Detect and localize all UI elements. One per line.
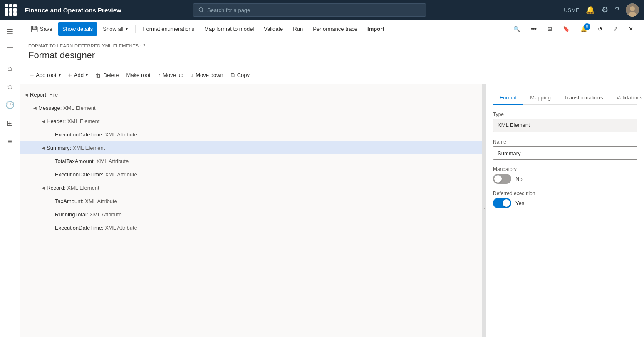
tab-validations[interactable]: Validations xyxy=(609,91,644,105)
delete-label: Delete xyxy=(103,72,119,78)
tree-item-execdt3[interactable]: ExecutionDateTime: XML Attribute xyxy=(20,221,482,234)
help-icon[interactable]: ? xyxy=(615,6,619,15)
add-button[interactable]: + Add ▾ xyxy=(65,69,91,82)
show-all-chevron: ▾ xyxy=(126,27,128,31)
performance-trace-label: Performance trace xyxy=(313,26,357,32)
sidebar-recent[interactable]: 🕐 xyxy=(2,97,18,113)
save-button[interactable]: 💾 Save xyxy=(27,22,57,36)
notification-icon[interactable]: 🔔 xyxy=(586,5,595,15)
performance-trace-button[interactable]: Performance trace xyxy=(309,22,362,36)
deferred-toggle[interactable] xyxy=(493,198,511,208)
import-button[interactable]: Import xyxy=(363,22,388,36)
expand-button[interactable]: ⤢ xyxy=(609,22,622,36)
show-details-label: Show details xyxy=(62,26,93,32)
tab-transformations[interactable]: Transformations xyxy=(557,91,609,105)
close-button[interactable]: ✕ xyxy=(624,22,637,36)
tree-item-totaltax[interactable]: TotalTaxAmount: XML Attribute xyxy=(20,154,482,168)
main-layout: ☰ ⌂ ☆ 🕐 ⊞ ≡ 💾 Save Show details Show all xyxy=(0,20,644,337)
deferred-toggle-row: Yes xyxy=(493,198,637,208)
save-icon: 💾 xyxy=(31,26,38,32)
grid-view-button[interactable]: ⊞ xyxy=(543,22,556,36)
expand-message[interactable]: ◀ xyxy=(32,106,38,110)
tab-mapping[interactable]: Mapping xyxy=(523,91,557,105)
sidebar-home[interactable]: ⌂ xyxy=(2,60,18,77)
make-root-button[interactable]: Make root xyxy=(123,69,154,82)
app-title: Finance and Operations Preview xyxy=(25,7,121,14)
sidebar-modules[interactable]: ⊞ xyxy=(2,115,18,131)
add-label: Add xyxy=(74,72,84,78)
map-format-label: Map format to model xyxy=(204,26,254,32)
move-down-button[interactable]: ↓ Move down xyxy=(188,69,227,82)
page-breadcrumb: FORMAT TO LEARN DEFERRED XML ELEMENTS : … xyxy=(28,43,636,48)
mandatory-text: No xyxy=(515,176,523,182)
add-root-button[interactable]: + Add root ▾ xyxy=(27,69,64,82)
save-label: Save xyxy=(40,26,52,32)
tree-item-record[interactable]: ◀ Record: XML Element xyxy=(20,181,482,194)
map-format-button[interactable]: Map format to model xyxy=(200,22,258,36)
sidebar-filter[interactable] xyxy=(2,42,18,58)
expand-summary[interactable]: ◀ xyxy=(40,146,47,150)
prop-group-deferred: Deferred execution Yes xyxy=(493,191,637,208)
search-cmd-button[interactable]: 🔍 xyxy=(509,22,524,36)
sidebar-star[interactable]: ☆ xyxy=(2,78,18,95)
add-root-icon: + xyxy=(30,72,34,79)
move-up-button[interactable]: ↑ Move up xyxy=(154,69,186,82)
sidebar-hamburger[interactable]: ☰ xyxy=(2,23,18,40)
show-details-button[interactable]: Show details xyxy=(58,22,97,36)
name-label: Name xyxy=(493,139,637,145)
top-nav: Finance and Operations Preview USMF 🔔 ⚙ … xyxy=(0,0,644,20)
item-text-message: Message: XML Element xyxy=(38,105,96,111)
mandatory-toggle-row: No xyxy=(493,174,637,184)
add-root-label: Add root xyxy=(36,72,56,78)
more-button[interactable]: ••• xyxy=(527,22,541,36)
separator-1 xyxy=(135,25,136,33)
tree-item-taxamount[interactable]: TaxAmount: XML Attribute xyxy=(20,194,482,208)
item-text-execdt3: ExecutionDateTime: XML Attribute xyxy=(55,225,137,231)
avatar[interactable] xyxy=(626,3,639,17)
tree-item-report[interactable]: ◀ Report: File xyxy=(20,88,482,101)
validate-button[interactable]: Validate xyxy=(260,22,287,36)
format-enumerations-button[interactable]: Format enumerations xyxy=(139,22,199,36)
name-input[interactable] xyxy=(493,146,637,160)
refresh-button[interactable]: ↺ xyxy=(594,22,607,36)
mandatory-toggle[interactable] xyxy=(493,174,511,184)
expand-record[interactable]: ◀ xyxy=(40,186,47,190)
show-all-button[interactable]: Show all ▾ xyxy=(99,22,131,36)
expand-header[interactable]: ◀ xyxy=(40,119,47,124)
search-bar[interactable] xyxy=(193,3,426,17)
svg-line-1 xyxy=(202,11,203,12)
settings-icon[interactable]: ⚙ xyxy=(602,5,608,15)
delete-button[interactable]: 🗑 Delete xyxy=(92,69,122,82)
item-text-report: Report: File xyxy=(30,92,58,98)
run-button[interactable]: Run xyxy=(289,22,307,36)
move-up-label: Move up xyxy=(163,72,183,78)
prop-group-mandatory: Mandatory No xyxy=(493,166,637,184)
deferred-slider xyxy=(493,198,511,208)
tree-item-message[interactable]: ◀ Message: XML Element xyxy=(20,101,482,114)
prop-group-type: Type XML Element xyxy=(493,112,637,132)
sidebar-list[interactable]: ≡ xyxy=(2,133,18,150)
tree-item-summary[interactable]: ◀ Summary: XML Element xyxy=(20,141,482,154)
type-value: XML Element xyxy=(493,119,637,132)
app-grid-icon[interactable] xyxy=(5,4,17,16)
item-text-record: Record: XML Element xyxy=(47,185,99,191)
tree-item-runningtotal[interactable]: RunningTotal: XML Attribute xyxy=(20,208,482,221)
tab-format[interactable]: Format xyxy=(493,91,523,105)
search-input[interactable] xyxy=(207,7,421,13)
prop-group-name: Name xyxy=(493,139,637,160)
tree-item-header[interactable]: ◀ Header: XML Element xyxy=(20,114,482,128)
expand-report[interactable]: ◀ xyxy=(23,92,30,97)
properties-tab-bar: Format Mapping Transformations Validatio… xyxy=(493,91,637,105)
page-title: Format designer xyxy=(28,50,636,66)
item-text-summary: Summary: XML Element xyxy=(47,145,105,151)
item-text-runningtotal: RunningTotal: XML Attribute xyxy=(55,211,122,218)
bookmark-button[interactable]: 🔖 xyxy=(559,22,574,36)
tree-item-execdt1[interactable]: ExecutionDateTime: XML Attribute xyxy=(20,128,482,141)
copy-button[interactable]: ⧉ Copy xyxy=(228,69,253,82)
mandatory-slider xyxy=(493,174,511,184)
tree-item-execdt2[interactable]: ExecutionDateTime: XML Attribute xyxy=(20,168,482,181)
tree-panel[interactable]: ◀ Report: File ◀ Message: XML Element xyxy=(20,84,483,337)
content-area: ◀ Report: File ◀ Message: XML Element xyxy=(20,84,644,337)
deferred-text: Yes xyxy=(515,200,524,206)
run-label: Run xyxy=(293,26,303,32)
